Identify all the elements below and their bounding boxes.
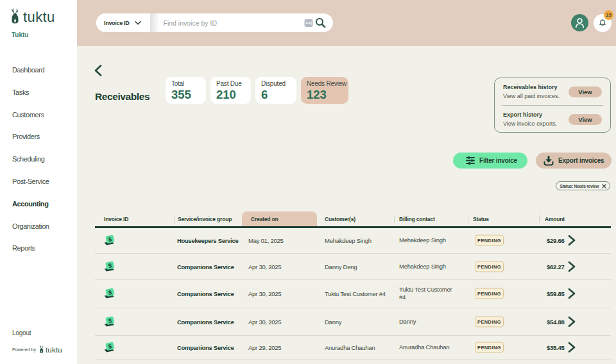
chevron-right-icon[interactable]	[568, 235, 576, 246]
invoice-row[interactable]: $ Companions Service Apr 30, 2025 Danny …	[95, 254, 611, 280]
invoice-money-icon: $	[103, 288, 116, 299]
chevron-down-icon	[135, 21, 141, 25]
stats-cards: Total 355 Past Due 210 Disputed 6 Needs …	[166, 77, 348, 104]
invoice-row[interactable]: $ Housekeepers Service May 01, 2025 Meha…	[95, 228, 611, 254]
chevron-right-icon[interactable]	[568, 316, 576, 327]
chevron-right-icon[interactable]	[568, 288, 576, 299]
column-separator	[468, 215, 468, 223]
cell-created-on: Apr 29, 2025	[248, 344, 281, 351]
stat-card[interactable]: Needs Review 123	[301, 77, 348, 104]
filter-button-label: Filter invoice	[479, 157, 517, 164]
history-view-button[interactable]: View	[569, 87, 602, 97]
keyboard-input-icon[interactable]	[304, 19, 313, 28]
download-icon	[543, 156, 554, 166]
status-badge: PENDING	[475, 261, 504, 272]
column-header-status[interactable]: Status	[473, 211, 489, 226]
caribou-icon	[10, 8, 21, 24]
status-badge: PENDING	[475, 235, 504, 246]
search-type-dropdown[interactable]: Invoice ID	[96, 13, 150, 32]
chevron-right-icon[interactable]	[568, 261, 576, 272]
column-separator	[394, 215, 395, 223]
column-header-service-group[interactable]: Service/invoice group	[178, 211, 232, 226]
column-label: Status	[473, 216, 489, 222]
history-view-button[interactable]: View	[569, 114, 602, 125]
sidebar-nav-item[interactable]: Organization	[12, 222, 49, 245]
sidebar-nav-item[interactable]: Reports	[12, 244, 49, 267]
cell-billing-contact: Anuradha Chauhan	[399, 343, 456, 351]
status-badge: PENDING	[475, 342, 504, 353]
cell-service-group: Companions Service	[177, 344, 246, 351]
stat-value: 123	[307, 88, 348, 101]
app-window: tuktu Tuktu Dashboard Tasks Customers Pr…	[0, 0, 616, 364]
search-type-label: Invoice ID	[104, 20, 130, 26]
column-header-invoice-id[interactable]: Invoice ID	[104, 211, 128, 226]
filter-invoice-button[interactable]: Filter invoice	[453, 153, 527, 169]
cell-created-on: May 01, 2025	[248, 237, 284, 244]
column-header-amount[interactable]: Amount	[545, 211, 565, 226]
notification-count-badge: 15	[604, 10, 613, 20]
column-header-billing-contact[interactable]: Billing contact	[399, 211, 435, 226]
column-header-created-on[interactable]: Created on	[242, 211, 317, 226]
user-avatar[interactable]	[571, 14, 588, 31]
stat-label: Past Due	[216, 80, 251, 88]
status-filter-chip[interactable]: Status: Needs review	[556, 181, 610, 190]
powered-by-label: Powered by	[12, 347, 36, 352]
column-label: Amount	[545, 216, 565, 222]
status-badge: PENDING	[475, 316, 504, 327]
column-label: Billing contact	[399, 216, 435, 222]
stat-label: Total	[171, 80, 206, 88]
chevron-right-icon[interactable]	[568, 342, 576, 353]
export-invoices-button[interactable]: Export invoices	[536, 153, 612, 169]
bell-icon	[599, 19, 606, 28]
column-header-customers[interactable]: Customer(s)	[325, 211, 355, 226]
cell-service-group: Companions Service	[177, 318, 246, 325]
sidebar-nav-item[interactable]: Scheduling	[12, 155, 49, 178]
status-chip-label: Status: Needs review	[560, 184, 599, 188]
search-input[interactable]	[162, 19, 304, 27]
main-content: Receivables Total 355 Past Due 210 Dispu…	[77, 46, 616, 364]
powered-by-brand: tuktu	[46, 346, 62, 354]
cell-created-on: Apr 30, 2025	[248, 290, 281, 297]
column-separator	[175, 215, 175, 223]
column-label: Customer(s)	[325, 216, 355, 222]
search-icon[interactable]	[315, 17, 326, 28]
sidebar-nav-item[interactable]: Tasks	[12, 88, 49, 111]
cell-created-on: Apr 30, 2025	[248, 263, 281, 270]
topbar: Invoice ID	[77, 0, 616, 46]
sidebar-nav-item[interactable]: Post-Service	[12, 178, 49, 200]
invoice-money-icon: $	[103, 342, 116, 353]
history-row-title: Receivables history	[503, 84, 558, 90]
logout-link[interactable]: Logout	[12, 329, 31, 336]
sidebar-nav-item[interactable]: Accounting	[12, 200, 49, 222]
sidebar-nav-item[interactable]: Customers	[12, 111, 49, 133]
stat-card[interactable]: Total 355	[166, 77, 206, 104]
stat-label: Disputed	[261, 80, 296, 88]
cell-billing-contact: Tuktu Test Customer #4	[399, 286, 456, 301]
sidebar: tuktu Tuktu Dashboard Tasks Customers Pr…	[0, 0, 77, 364]
history-row-description: View invoice exports.	[503, 120, 557, 127]
sidebar-nav-item[interactable]: Dashboard	[12, 66, 49, 88]
search-divider	[150, 13, 162, 32]
close-icon[interactable]	[602, 184, 606, 188]
sidebar-nav-item[interactable]: Providers	[12, 133, 49, 155]
history-panel: Receivables history View all paid invoic…	[494, 78, 611, 133]
table-body: $ Housekeepers Service May 01, 2025 Meha…	[95, 228, 611, 360]
invoice-row[interactable]: $ Companions Service Apr 30, 2025 Danny …	[95, 308, 611, 336]
person-icon	[574, 17, 585, 29]
brand-logo[interactable]: tuktu	[10, 8, 55, 24]
cell-service-group: Companions Service	[177, 263, 246, 270]
history-row-title: Export history	[503, 112, 542, 118]
cell-amount: $35.45	[547, 344, 565, 351]
stat-card[interactable]: Disputed 6	[255, 77, 296, 104]
cell-amount: $62.27	[547, 263, 565, 270]
back-button[interactable]	[94, 65, 103, 76]
stat-value: 355	[171, 88, 206, 101]
search-bar: Invoice ID	[96, 13, 333, 32]
stat-value: 210	[216, 88, 251, 101]
notification-count: 15	[606, 12, 612, 18]
invoice-row[interactable]: $ Companions Service Apr 30, 2025 Tuktu …	[95, 280, 611, 308]
stat-card[interactable]: Past Due 210	[210, 77, 251, 104]
cell-amount: $59.85	[547, 290, 565, 297]
powered-by: Powered by tuktu	[12, 345, 62, 354]
invoice-row[interactable]: $ Companions Service Apr 29, 2025 Anurad…	[95, 336, 611, 360]
